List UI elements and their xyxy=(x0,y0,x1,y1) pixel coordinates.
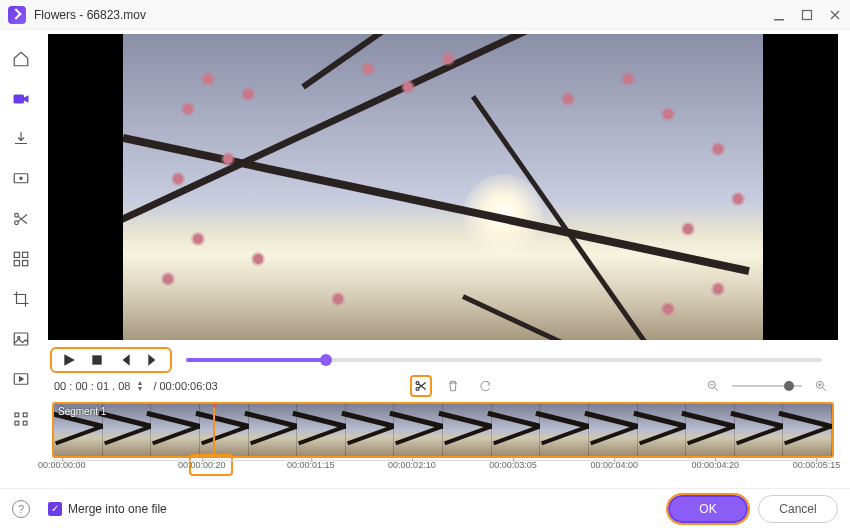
current-time: 00 : 00 : 01 . 08 xyxy=(54,380,130,392)
merge-label: Merge into one file xyxy=(68,502,167,516)
redo-button[interactable] xyxy=(474,375,496,397)
zoom-in-button[interactable] xyxy=(810,375,832,397)
svg-point-19 xyxy=(416,382,419,385)
download-icon[interactable] xyxy=(12,130,30,148)
svg-rect-15 xyxy=(23,413,27,417)
svg-point-6 xyxy=(15,221,19,225)
svg-rect-14 xyxy=(15,413,19,417)
svg-point-4 xyxy=(20,177,22,179)
svg-point-5 xyxy=(15,213,19,217)
seek-slider[interactable] xyxy=(186,358,822,362)
play-folder-icon[interactable] xyxy=(12,370,30,388)
svg-rect-11 xyxy=(14,333,28,345)
check-icon: ✓ xyxy=(48,502,62,516)
merge-checkbox[interactable]: ✓ Merge into one file xyxy=(48,502,167,516)
title-bar: Flowers - 66823.mov xyxy=(0,0,850,30)
ok-button[interactable]: OK xyxy=(668,495,748,523)
cancel-button[interactable]: Cancel xyxy=(758,495,838,523)
image-icon[interactable] xyxy=(12,330,30,348)
apps-icon[interactable] xyxy=(12,410,30,428)
close-button[interactable] xyxy=(828,8,842,22)
app-logo xyxy=(8,6,26,24)
screen-icon[interactable] xyxy=(12,170,30,188)
svg-rect-8 xyxy=(23,252,28,257)
grid-icon[interactable] xyxy=(12,250,30,268)
svg-rect-2 xyxy=(14,95,25,104)
scissors-icon[interactable] xyxy=(12,210,30,228)
sidebar xyxy=(0,30,42,488)
window-title: Flowers - 66823.mov xyxy=(34,8,772,22)
zoom-slider[interactable] xyxy=(732,385,802,387)
cut-button[interactable] xyxy=(410,375,432,397)
video-icon[interactable] xyxy=(12,90,30,108)
svg-rect-10 xyxy=(23,261,28,266)
svg-rect-17 xyxy=(23,421,27,425)
maximize-button[interactable] xyxy=(800,8,814,22)
svg-rect-18 xyxy=(92,355,101,364)
video-preview xyxy=(48,34,838,340)
stop-button[interactable] xyxy=(88,351,106,369)
minimize-button[interactable] xyxy=(772,8,786,22)
crop-icon[interactable] xyxy=(12,290,30,308)
footer: ? ✓ Merge into one file OK Cancel xyxy=(0,488,850,528)
timeline[interactable]: Segment 1 xyxy=(52,402,834,458)
svg-rect-0 xyxy=(774,19,784,21)
delete-button[interactable] xyxy=(442,375,464,397)
segment-label: Segment 1 xyxy=(58,406,106,417)
time-spinner[interactable]: ▲▼ xyxy=(136,380,143,392)
total-duration: / 00:00:06:03 xyxy=(153,380,217,392)
play-button[interactable] xyxy=(60,351,78,369)
svg-point-20 xyxy=(416,387,419,390)
svg-rect-1 xyxy=(803,10,812,19)
playback-controls xyxy=(50,347,172,373)
svg-rect-9 xyxy=(14,261,19,266)
prev-frame-button[interactable] xyxy=(116,351,134,369)
svg-rect-7 xyxy=(14,252,19,257)
help-button[interactable]: ? xyxy=(12,500,30,518)
home-icon[interactable] xyxy=(12,50,30,68)
zoom-out-button[interactable] xyxy=(702,375,724,397)
time-ruler: 00:00:00:00 00:00:00:20 00:00:01:15 00:0… xyxy=(54,460,832,478)
next-frame-button[interactable] xyxy=(144,351,162,369)
playhead[interactable] xyxy=(213,402,215,458)
svg-rect-16 xyxy=(15,421,19,425)
